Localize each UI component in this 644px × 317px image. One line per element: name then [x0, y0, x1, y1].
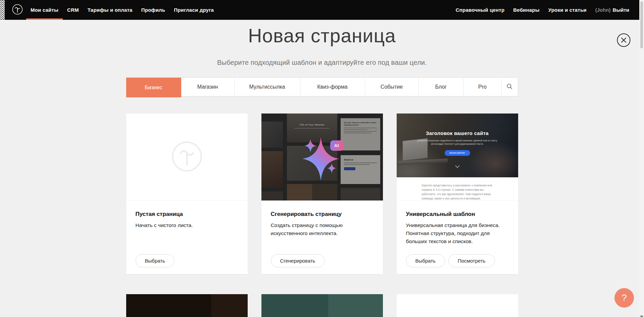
- hero-cta-button: Целевое действие: [445, 150, 470, 156]
- card-title: Сгенерировать страницу: [271, 211, 374, 218]
- template-card-row2[interactable]: [261, 294, 383, 317]
- search-tab[interactable]: [502, 78, 518, 96]
- tab-event[interactable]: Событие: [365, 78, 419, 96]
- tab-pro[interactable]: Pro: [464, 78, 502, 96]
- question-icon: ?: [622, 293, 627, 303]
- card-blank-page: Пустая страница Начать с чистого листа. …: [126, 114, 248, 274]
- topbar-left-nav: Мои сайты CRM Тарифы и оплата Профиль Пр…: [26, 0, 218, 20]
- universal-template-preview[interactable]: Заголовок вашего сайта Добавьте интересн…: [397, 114, 518, 201]
- close-icon: [617, 43, 631, 48]
- search-icon: [507, 84, 512, 91]
- logout-link[interactable]: Выйти: [613, 7, 629, 13]
- card-actions: Выбрать Посмотреть: [406, 254, 495, 267]
- card-actions: Выбрать: [136, 254, 175, 267]
- scrollbar-thumb[interactable]: [640, 1, 643, 48]
- chevron-down-icon: [455, 163, 460, 169]
- select-button[interactable]: Выбрать: [136, 254, 175, 267]
- nav-item-pricing[interactable]: Тарифы и оплата: [83, 0, 137, 20]
- page-subtitle: Выберите подходящий шаблон и адаптируйте…: [126, 59, 518, 66]
- hero-title: Заголовок вашего сайта: [397, 114, 518, 136]
- nav-item-profile[interactable]: Профиль: [137, 0, 170, 20]
- card-description: Создать страницу с помощью искусственног…: [271, 221, 355, 237]
- nav-item-label: Мои сайты: [31, 7, 58, 13]
- sparkle-icon-small-bottom: [327, 163, 336, 173]
- card-body: Универсальный шаблон Универсальная стран…: [397, 201, 518, 245]
- topbar: Мои сайты CRM Тарифы и оплата Профиль Пр…: [0, 0, 644, 20]
- ai-badge: AI: [330, 140, 343, 151]
- tab-quiz-form[interactable]: Квиз-форма: [300, 78, 365, 96]
- tilda-watermark-icon: [171, 141, 203, 174]
- card-universal-template: Заголовок вашего сайта Добавьте интересн…: [397, 114, 518, 274]
- select-button[interactable]: Выбрать: [406, 254, 445, 267]
- card-title: Универсальный шаблон: [406, 211, 509, 218]
- topbar-right-nav: Справочный центр Вебинары Уроки и статьи…: [451, 0, 629, 20]
- nav-item-label: Вебинары: [513, 7, 539, 13]
- close-button[interactable]: [617, 33, 631, 47]
- card-body: Пустая страница Начать с чистого листа.: [126, 201, 248, 229]
- nav-item-help-center[interactable]: Справочный центр: [451, 7, 509, 13]
- card-description: Универсальная страница для бизнеса. Поня…: [406, 221, 507, 245]
- user-name: (John): [595, 7, 611, 13]
- card-body: Сгенерировать страницу Создать страницу …: [261, 201, 383, 237]
- tilda-new-page-screen: Мои сайты CRM Тарифы и оплата Профиль Пр…: [0, 0, 644, 317]
- card-ai-generate: Title of Your Website Get your house in …: [261, 114, 383, 274]
- nav-item-label: Пригласи друга: [174, 7, 214, 13]
- template-card-row2[interactable]: [126, 294, 248, 317]
- template-body-text: Коротко представьтесь и расскажите о ком…: [422, 183, 493, 200]
- nav-item-webinars[interactable]: Вебинары: [509, 7, 544, 13]
- template-preview: [126, 294, 248, 317]
- nav-item-lessons[interactable]: Уроки и статьи: [544, 7, 591, 13]
- zigzag-pattern-icon: [0, 0, 5, 20]
- template-cards-grid: Пустая страница Начать с чистого листа. …: [126, 114, 518, 317]
- tab-multilink[interactable]: Мультиссылка: [235, 78, 300, 96]
- hero-inner: Заголовок вашего сайта Добавьте интересн…: [397, 114, 518, 169]
- template-preview: [397, 294, 518, 317]
- main-content: Новая страница Выберите подходящий шабло…: [126, 26, 518, 317]
- card-title: Пустая страница: [136, 211, 238, 218]
- nav-item-label: Профиль: [141, 7, 165, 13]
- template-card-row2[interactable]: [397, 294, 518, 317]
- hero-subtitle: Добавьте интересные подробности о вашей …: [417, 139, 498, 146]
- nav-item-crm[interactable]: CRM: [63, 0, 83, 20]
- nav-item-my-sites[interactable]: Мои сайты: [26, 0, 63, 20]
- page-title: Новая страница: [126, 26, 518, 45]
- view-button[interactable]: Посмотреть: [448, 254, 495, 267]
- tilda-logo[interactable]: [12, 5, 23, 15]
- ai-generate-preview[interactable]: Title of Your Website Get your house in …: [261, 114, 383, 201]
- card-description: Начать с чистого листа.: [136, 221, 236, 229]
- scrollbar[interactable]: [639, 0, 644, 317]
- sparkle-icon-small-top: [304, 139, 316, 152]
- blank-page-preview[interactable]: [126, 114, 248, 201]
- nav-item-label: Тарифы и оплата: [88, 7, 133, 13]
- generate-button[interactable]: Сгенерировать: [271, 254, 325, 267]
- template-category-tabs: Бизнес Магазин Мультиссылка Квиз-форма С…: [126, 78, 518, 96]
- template-body-section: Коротко представьтесь и расскажите о ком…: [397, 177, 518, 200]
- tab-blog[interactable]: Блог: [419, 78, 464, 96]
- nav-item-label: CRM: [67, 7, 79, 13]
- card-actions: Сгенерировать: [271, 254, 325, 267]
- nav-item-label: Справочный центр: [456, 7, 505, 13]
- active-tab-underline: [26, 18, 63, 20]
- scrollbar-down-arrow-icon[interactable]: [640, 313, 643, 316]
- tilda-logo-icon: [12, 4, 23, 16]
- nav-item-label: Уроки и статьи: [548, 7, 587, 13]
- template-hero: Заголовок вашего сайта Добавьте интересн…: [397, 114, 518, 177]
- template-preview: [261, 294, 383, 317]
- user-chunk: (John) Выйти: [591, 7, 629, 13]
- tab-business[interactable]: Бизнес: [126, 78, 181, 97]
- help-button[interactable]: ?: [614, 288, 634, 308]
- tab-shop[interactable]: Магазин: [181, 78, 235, 96]
- nav-item-invite-friend[interactable]: Пригласи друга: [169, 0, 218, 20]
